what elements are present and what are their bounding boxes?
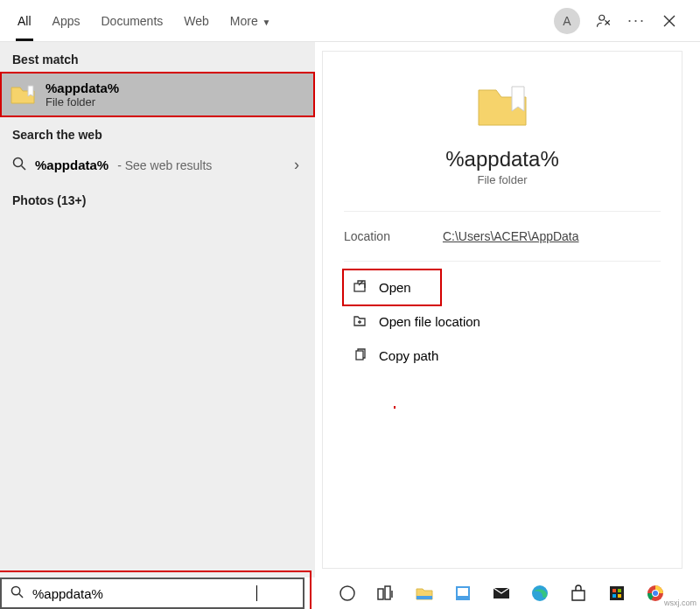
svg-point-0 bbox=[599, 15, 605, 20]
search-web-result[interactable]: %appdata% - See web results › bbox=[0, 147, 315, 183]
best-match-heading: Best match bbox=[0, 42, 315, 72]
more-options[interactable]: ··· bbox=[627, 11, 646, 30]
preview-column: %appdata% File folder Location C:\Users\… bbox=[315, 42, 700, 578]
svg-rect-8 bbox=[416, 596, 432, 599]
svg-point-1 bbox=[14, 158, 23, 167]
folder-icon bbox=[10, 84, 35, 105]
feedback-icon[interactable] bbox=[596, 13, 612, 29]
action-open-label: Open bbox=[379, 280, 411, 295]
svg-rect-13 bbox=[610, 586, 624, 600]
chevron-down-icon: ▼ bbox=[260, 18, 271, 27]
search-icon bbox=[10, 585, 24, 601]
search-icon bbox=[12, 157, 26, 173]
tab-apps[interactable]: Apps bbox=[42, 2, 91, 40]
store-icon[interactable] bbox=[569, 584, 588, 603]
svg-rect-16 bbox=[612, 594, 616, 598]
search-input-container[interactable] bbox=[0, 578, 304, 609]
chevron-right-icon: › bbox=[294, 156, 299, 174]
svg-point-20 bbox=[653, 591, 658, 596]
open-icon bbox=[353, 279, 367, 296]
user-avatar[interactable]: A bbox=[554, 8, 580, 34]
action-open-file-location[interactable]: Open file location bbox=[344, 304, 661, 339]
svg-rect-3 bbox=[356, 351, 363, 360]
result-subtitle: File folder bbox=[46, 95, 119, 108]
svg-rect-10 bbox=[458, 588, 468, 596]
edge-icon[interactable] bbox=[530, 584, 550, 603]
action-copy-path-label: Copy path bbox=[379, 348, 438, 363]
preview-title: %appdata% bbox=[445, 147, 558, 172]
search-scope-tabs: All Apps Documents Web More ▼ A ··· bbox=[0, 0, 700, 42]
action-open-file-location-label: Open file location bbox=[379, 314, 480, 329]
tab-documents[interactable]: Documents bbox=[90, 2, 173, 40]
folder-location-icon bbox=[353, 313, 367, 330]
tab-web[interactable]: Web bbox=[173, 2, 220, 40]
location-value[interactable]: C:\Users\ACER\AppData bbox=[443, 229, 579, 243]
search-web-heading: Search the web bbox=[0, 117, 315, 147]
web-term: %appdata% bbox=[35, 158, 108, 172]
result-title: %appdata% bbox=[46, 80, 119, 95]
file-explorer-icon[interactable] bbox=[415, 584, 434, 603]
svg-rect-7 bbox=[385, 586, 390, 599]
preview-subtitle: File folder bbox=[477, 173, 527, 186]
photos-heading: Photos (13+) bbox=[0, 183, 315, 213]
watermark: wsxj.com bbox=[662, 598, 698, 607]
svg-rect-6 bbox=[378, 589, 383, 599]
results-column: Best match %appdata% File folder Search … bbox=[0, 42, 315, 578]
copy-icon bbox=[353, 347, 367, 364]
action-copy-path[interactable]: Copy path bbox=[344, 339, 661, 373]
cortana-icon[interactable] bbox=[338, 584, 357, 603]
svg-point-5 bbox=[340, 586, 354, 600]
svg-rect-14 bbox=[612, 589, 616, 592]
svg-rect-17 bbox=[618, 594, 621, 598]
web-suffix: - See web results bbox=[117, 158, 212, 172]
app-icon-orange[interactable] bbox=[607, 584, 626, 603]
folder-icon-large bbox=[477, 83, 528, 131]
close-icon[interactable] bbox=[662, 13, 677, 29]
search-input[interactable] bbox=[31, 585, 258, 602]
action-open[interactable]: Open bbox=[344, 270, 440, 304]
annotation-dot bbox=[394, 406, 396, 409]
tab-more[interactable]: More ▼ bbox=[220, 2, 282, 40]
svg-point-4 bbox=[11, 586, 19, 594]
app-icon-blue[interactable] bbox=[453, 584, 472, 603]
best-match-result[interactable]: %appdata% File folder bbox=[0, 72, 315, 117]
text-cursor bbox=[256, 585, 257, 601]
tab-all[interactable]: All bbox=[7, 2, 42, 40]
mail-icon[interactable] bbox=[492, 584, 511, 603]
task-view-icon[interactable] bbox=[376, 584, 396, 603]
taskbar bbox=[315, 578, 700, 609]
location-label: Location bbox=[344, 229, 390, 243]
svg-rect-15 bbox=[618, 589, 621, 592]
